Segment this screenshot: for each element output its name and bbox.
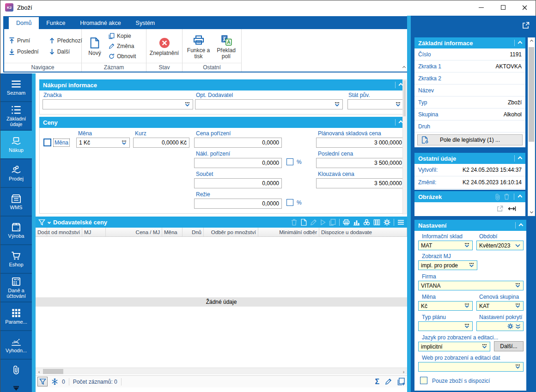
dropdown-icon[interactable] — [481, 344, 487, 349]
sidebar-item-prodej[interactable]: Prodej — [0, 159, 32, 188]
dropdown-icon[interactable] — [464, 324, 470, 329]
prices-header[interactable]: Ceny — [39, 117, 406, 128]
other-info-header[interactable]: Ostatní údaje — [414, 153, 525, 164]
mena-field[interactable]: 1 Kč — [76, 138, 130, 148]
znacka-field[interactable] — [43, 99, 193, 109]
dropdown-icon[interactable] — [469, 263, 475, 268]
fit-width-icon[interactable] — [508, 206, 516, 211]
sidebar-item-seznam[interactable]: Seznam — [0, 73, 32, 102]
main-vertical-scrollbar[interactable] — [402, 79, 407, 214]
dropdown-icon[interactable] — [395, 102, 401, 107]
next-button[interactable]: Další — [47, 46, 84, 57]
cena-porizeni-field[interactable]: 0,0000 — [194, 138, 282, 148]
gear-icon[interactable] — [507, 323, 513, 329]
dropdown-icon[interactable] — [515, 364, 521, 369]
print-icon[interactable] — [343, 219, 350, 226]
minimize-button[interactable] — [470, 0, 492, 14]
opt-dodavatel-field[interactable] — [195, 99, 343, 109]
double-chevron-icon[interactable] — [515, 324, 521, 329]
ribbon-collapse-button[interactable] — [403, 64, 405, 70]
sidebar-item-parametry[interactable]: Parame... — [0, 302, 32, 331]
nakl-porizeni-field[interactable]: 0,0000 — [194, 158, 282, 168]
pokryti-field[interactable] — [476, 321, 524, 331]
delete-icon[interactable] — [291, 219, 298, 226]
dropdown-icon[interactable] — [184, 102, 190, 107]
obdobi-field[interactable]: Květen/2023 — [476, 241, 524, 250]
refresh-button[interactable]: Obnovit — [107, 51, 138, 61]
add-record-icon[interactable] — [397, 378, 405, 386]
sum-icon[interactable]: Σ — [375, 378, 379, 386]
basic-info-header[interactable]: Základní informace — [414, 37, 525, 48]
mena-checkbox[interactable] — [43, 139, 51, 146]
stat-puv-field[interactable] — [347, 99, 404, 109]
dropdown-icon[interactable] — [515, 283, 521, 288]
edit-icon[interactable] — [385, 378, 392, 385]
column-header[interactable]: Dnů — [183, 228, 204, 236]
invalidate-button[interactable]: Zneplatnění — [149, 36, 179, 56]
chart-icon[interactable] — [353, 219, 360, 226]
close-button[interactable] — [514, 0, 536, 14]
sidebar-item-prilohy[interactable] — [0, 360, 32, 380]
chevron-down-icon[interactable] — [48, 220, 51, 223]
column-header[interactable]: Platnost od množství — [47, 228, 82, 236]
copy-icon[interactable] — [329, 219, 336, 226]
change-button[interactable]: Změna — [107, 41, 138, 51]
tab-domu[interactable]: Domů — [9, 17, 39, 29]
image-panel-header[interactable]: Obrázek — [414, 191, 525, 202]
typ-planu-field[interactable] — [418, 321, 473, 331]
dalsi-button[interactable]: Další... — [494, 341, 524, 351]
tab-system[interactable]: Systém — [128, 17, 163, 29]
soucet-field[interactable]: 0,0000 — [194, 178, 282, 188]
cenova-skupina-field[interactable]: KAT — [476, 301, 524, 311]
settings-gear-icon[interactable] — [384, 219, 390, 226]
rezie-percent-checkbox[interactable] — [286, 199, 293, 206]
column-header[interactable]: Minimální odběr — [258, 228, 319, 236]
sidebar-item-vyroba[interactable]: Výroba — [0, 217, 32, 245]
snowflake-icon[interactable] — [51, 378, 58, 385]
previous-button[interactable]: Předchozí — [47, 35, 84, 46]
sklad-field[interactable]: MAT — [418, 241, 473, 250]
collapse-icon[interactable] — [519, 223, 524, 228]
last-button[interactable]: Poslední — [7, 46, 41, 57]
dropdown-icon[interactable] — [464, 243, 470, 248]
play-icon[interactable] — [320, 219, 326, 226]
scrollbar-thumb[interactable] — [529, 47, 534, 142]
column-header[interactable]: Odběr po množství — [204, 228, 258, 236]
new-record-icon[interactable] — [301, 219, 307, 226]
scrollbar-thumb[interactable] — [403, 80, 406, 116]
sidebar-item-nakup[interactable]: Nákup — [0, 131, 32, 159]
column-header[interactable]: Dispozice u dodavate — [319, 228, 407, 236]
right-vertical-scrollbar[interactable] — [528, 37, 535, 216]
collapse-icon[interactable] — [518, 194, 523, 199]
zobrazit-mj-field[interactable]: impl. pro prode — [418, 260, 477, 270]
scrollbar-thumb[interactable] — [43, 369, 63, 374]
jazyk-field[interactable]: implicitní — [418, 342, 490, 351]
dropdown-icon[interactable] — [515, 303, 521, 308]
settings-header[interactable]: Nastavení — [414, 220, 526, 231]
open-image-icon[interactable] — [497, 205, 503, 212]
dropdown-icon[interactable] — [121, 140, 127, 145]
column-header[interactable]: Dod — [36, 228, 47, 236]
edit-icon[interactable] — [310, 219, 317, 226]
rezie-field[interactable]: 0,0000 — [194, 199, 282, 209]
collapse-icon[interactable] — [518, 156, 523, 161]
scroll-left-arrow[interactable]: ‹ — [36, 368, 43, 375]
legislativa-button[interactable]: Pole dle legislativy (1) ... — [417, 134, 523, 145]
maximize-button[interactable] — [492, 0, 514, 14]
first-button[interactable]: První — [7, 35, 41, 46]
copy-button[interactable]: Kopie — [107, 31, 138, 41]
scroll-right-arrow[interactable]: › — [400, 368, 407, 375]
horizontal-scrollbar[interactable]: ‹ › — [36, 368, 407, 374]
sidebar-item-zakladni-udaje[interactable]: Základní údaje — [0, 102, 32, 131]
dispozice-checkbox[interactable] — [420, 377, 427, 384]
web-field[interactable] — [418, 362, 524, 372]
attach-icon[interactable] — [495, 193, 500, 200]
dropdown-icon[interactable] — [464, 303, 470, 308]
open-in-window-icon[interactable] — [522, 22, 530, 29]
mena-checkbox-label[interactable]: Měna — [54, 139, 69, 146]
new-button[interactable]: Nový — [85, 36, 105, 56]
batch-icon[interactable] — [363, 219, 370, 226]
nakl-percent-checkbox[interactable] — [286, 158, 293, 165]
sidebar-more-button[interactable] — [0, 384, 32, 392]
posledni-cena-field[interactable]: 3 500,0000 — [316, 158, 405, 168]
